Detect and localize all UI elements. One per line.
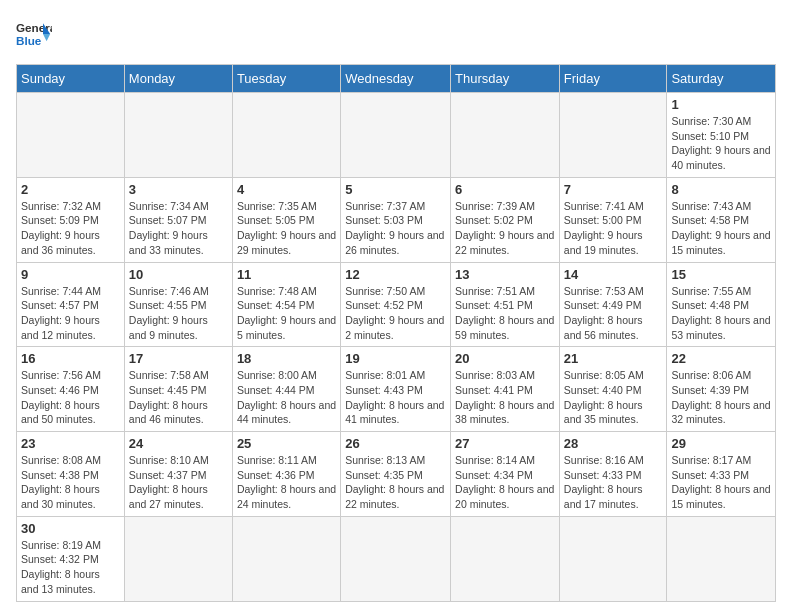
- day-cell: [124, 516, 232, 601]
- day-cell: 2Sunrise: 7:32 AM Sunset: 5:09 PM Daylig…: [17, 177, 125, 262]
- day-cell: 17Sunrise: 7:58 AM Sunset: 4:45 PM Dayli…: [124, 347, 232, 432]
- day-number: 29: [671, 436, 771, 451]
- day-number: 19: [345, 351, 446, 366]
- day-cell: 5Sunrise: 7:37 AM Sunset: 5:03 PM Daylig…: [341, 177, 451, 262]
- day-info: Sunrise: 7:53 AM Sunset: 4:49 PM Dayligh…: [564, 284, 663, 343]
- day-info: Sunrise: 7:56 AM Sunset: 4:46 PM Dayligh…: [21, 368, 120, 427]
- week-row-5: 23Sunrise: 8:08 AM Sunset: 4:38 PM Dayli…: [17, 432, 776, 517]
- day-cell: [667, 516, 776, 601]
- day-info: Sunrise: 7:34 AM Sunset: 5:07 PM Dayligh…: [129, 199, 228, 258]
- day-cell: 26Sunrise: 8:13 AM Sunset: 4:35 PM Dayli…: [341, 432, 451, 517]
- day-cell: 24Sunrise: 8:10 AM Sunset: 4:37 PM Dayli…: [124, 432, 232, 517]
- day-number: 7: [564, 182, 663, 197]
- day-number: 1: [671, 97, 771, 112]
- day-cell: [17, 93, 125, 178]
- header-cell-wednesday: Wednesday: [341, 65, 451, 93]
- day-info: Sunrise: 8:16 AM Sunset: 4:33 PM Dayligh…: [564, 453, 663, 512]
- day-info: Sunrise: 8:13 AM Sunset: 4:35 PM Dayligh…: [345, 453, 446, 512]
- day-info: Sunrise: 8:03 AM Sunset: 4:41 PM Dayligh…: [455, 368, 555, 427]
- day-number: 28: [564, 436, 663, 451]
- header-cell-thursday: Thursday: [451, 65, 560, 93]
- day-info: Sunrise: 7:32 AM Sunset: 5:09 PM Dayligh…: [21, 199, 120, 258]
- calendar: SundayMondayTuesdayWednesdayThursdayFrid…: [16, 64, 776, 602]
- day-cell: [341, 93, 451, 178]
- day-info: Sunrise: 7:39 AM Sunset: 5:02 PM Dayligh…: [455, 199, 555, 258]
- header: General Blue: [16, 16, 776, 52]
- day-number: 8: [671, 182, 771, 197]
- day-number: 25: [237, 436, 336, 451]
- day-cell: 9Sunrise: 7:44 AM Sunset: 4:57 PM Daylig…: [17, 262, 125, 347]
- day-number: 27: [455, 436, 555, 451]
- day-number: 18: [237, 351, 336, 366]
- day-cell: 13Sunrise: 7:51 AM Sunset: 4:51 PM Dayli…: [451, 262, 560, 347]
- day-number: 21: [564, 351, 663, 366]
- day-info: Sunrise: 7:35 AM Sunset: 5:05 PM Dayligh…: [237, 199, 336, 258]
- day-cell: 18Sunrise: 8:00 AM Sunset: 4:44 PM Dayli…: [232, 347, 340, 432]
- day-number: 10: [129, 267, 228, 282]
- day-cell: [124, 93, 232, 178]
- day-number: 14: [564, 267, 663, 282]
- day-info: Sunrise: 8:17 AM Sunset: 4:33 PM Dayligh…: [671, 453, 771, 512]
- day-cell: 6Sunrise: 7:39 AM Sunset: 5:02 PM Daylig…: [451, 177, 560, 262]
- day-cell: 10Sunrise: 7:46 AM Sunset: 4:55 PM Dayli…: [124, 262, 232, 347]
- day-number: 16: [21, 351, 120, 366]
- day-info: Sunrise: 8:11 AM Sunset: 4:36 PM Dayligh…: [237, 453, 336, 512]
- day-info: Sunrise: 7:37 AM Sunset: 5:03 PM Dayligh…: [345, 199, 446, 258]
- day-cell: 11Sunrise: 7:48 AM Sunset: 4:54 PM Dayli…: [232, 262, 340, 347]
- day-number: 17: [129, 351, 228, 366]
- day-cell: 12Sunrise: 7:50 AM Sunset: 4:52 PM Dayli…: [341, 262, 451, 347]
- day-cell: [559, 516, 667, 601]
- day-number: 15: [671, 267, 771, 282]
- day-info: Sunrise: 7:55 AM Sunset: 4:48 PM Dayligh…: [671, 284, 771, 343]
- day-cell: 23Sunrise: 8:08 AM Sunset: 4:38 PM Dayli…: [17, 432, 125, 517]
- header-cell-saturday: Saturday: [667, 65, 776, 93]
- day-cell: [451, 93, 560, 178]
- day-info: Sunrise: 7:46 AM Sunset: 4:55 PM Dayligh…: [129, 284, 228, 343]
- day-cell: [232, 93, 340, 178]
- day-cell: [232, 516, 340, 601]
- day-cell: [341, 516, 451, 601]
- day-cell: 16Sunrise: 7:56 AM Sunset: 4:46 PM Dayli…: [17, 347, 125, 432]
- header-cell-tuesday: Tuesday: [232, 65, 340, 93]
- day-cell: 30Sunrise: 8:19 AM Sunset: 4:32 PM Dayli…: [17, 516, 125, 601]
- svg-marker-3: [43, 34, 50, 41]
- week-row-6: 30Sunrise: 8:19 AM Sunset: 4:32 PM Dayli…: [17, 516, 776, 601]
- day-info: Sunrise: 7:43 AM Sunset: 4:58 PM Dayligh…: [671, 199, 771, 258]
- day-number: 4: [237, 182, 336, 197]
- day-number: 24: [129, 436, 228, 451]
- day-number: 23: [21, 436, 120, 451]
- day-cell: 20Sunrise: 8:03 AM Sunset: 4:41 PM Dayli…: [451, 347, 560, 432]
- day-info: Sunrise: 8:00 AM Sunset: 4:44 PM Dayligh…: [237, 368, 336, 427]
- week-row-3: 9Sunrise: 7:44 AM Sunset: 4:57 PM Daylig…: [17, 262, 776, 347]
- day-number: 20: [455, 351, 555, 366]
- header-cell-monday: Monday: [124, 65, 232, 93]
- header-cell-sunday: Sunday: [17, 65, 125, 93]
- day-cell: [451, 516, 560, 601]
- day-cell: [559, 93, 667, 178]
- day-info: Sunrise: 8:10 AM Sunset: 4:37 PM Dayligh…: [129, 453, 228, 512]
- day-cell: 8Sunrise: 7:43 AM Sunset: 4:58 PM Daylig…: [667, 177, 776, 262]
- day-cell: 29Sunrise: 8:17 AM Sunset: 4:33 PM Dayli…: [667, 432, 776, 517]
- day-info: Sunrise: 8:01 AM Sunset: 4:43 PM Dayligh…: [345, 368, 446, 427]
- day-cell: 15Sunrise: 7:55 AM Sunset: 4:48 PM Dayli…: [667, 262, 776, 347]
- day-info: Sunrise: 8:06 AM Sunset: 4:39 PM Dayligh…: [671, 368, 771, 427]
- day-info: Sunrise: 7:50 AM Sunset: 4:52 PM Dayligh…: [345, 284, 446, 343]
- day-cell: 4Sunrise: 7:35 AM Sunset: 5:05 PM Daylig…: [232, 177, 340, 262]
- day-number: 5: [345, 182, 446, 197]
- day-number: 13: [455, 267, 555, 282]
- day-number: 9: [21, 267, 120, 282]
- day-number: 30: [21, 521, 120, 536]
- day-info: Sunrise: 7:41 AM Sunset: 5:00 PM Dayligh…: [564, 199, 663, 258]
- day-info: Sunrise: 7:30 AM Sunset: 5:10 PM Dayligh…: [671, 114, 771, 173]
- day-info: Sunrise: 7:44 AM Sunset: 4:57 PM Dayligh…: [21, 284, 120, 343]
- day-cell: 14Sunrise: 7:53 AM Sunset: 4:49 PM Dayli…: [559, 262, 667, 347]
- week-row-1: 1Sunrise: 7:30 AM Sunset: 5:10 PM Daylig…: [17, 93, 776, 178]
- day-cell: 3Sunrise: 7:34 AM Sunset: 5:07 PM Daylig…: [124, 177, 232, 262]
- day-number: 11: [237, 267, 336, 282]
- day-cell: 21Sunrise: 8:05 AM Sunset: 4:40 PM Dayli…: [559, 347, 667, 432]
- day-info: Sunrise: 8:05 AM Sunset: 4:40 PM Dayligh…: [564, 368, 663, 427]
- logo-icon: General Blue: [16, 16, 52, 52]
- calendar-body: 1Sunrise: 7:30 AM Sunset: 5:10 PM Daylig…: [17, 93, 776, 602]
- day-cell: 19Sunrise: 8:01 AM Sunset: 4:43 PM Dayli…: [341, 347, 451, 432]
- day-info: Sunrise: 7:58 AM Sunset: 4:45 PM Dayligh…: [129, 368, 228, 427]
